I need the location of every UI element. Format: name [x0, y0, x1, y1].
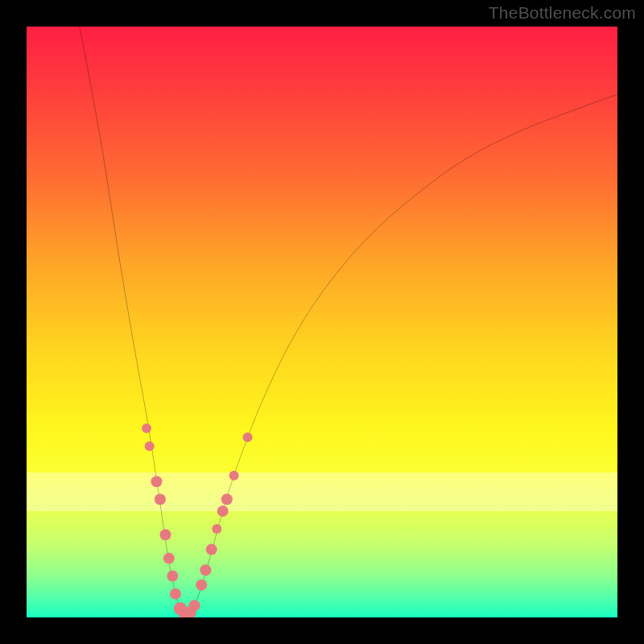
plot-area: [27, 27, 617, 617]
data-dot: [155, 493, 166, 505]
data-dot: [159, 529, 171, 540]
data-dot: [212, 524, 221, 534]
data-dot: [200, 564, 211, 576]
watermark-text: TheBottleneck.com: [489, 3, 636, 23]
data-dot: [229, 471, 239, 481]
data-dot: [217, 506, 229, 517]
data-dot: [221, 493, 233, 505]
data-dot: [163, 553, 175, 564]
data-dot: [145, 441, 155, 451]
chart-frame: TheBottleneck.com: [0, 0, 644, 644]
dots-layer: [27, 27, 617, 617]
data-dot: [151, 476, 162, 487]
data-dot: [142, 423, 151, 433]
data-dot: [243, 432, 253, 442]
data-dot: [206, 544, 217, 555]
data-dot: [196, 580, 207, 591]
data-dot: [170, 588, 181, 600]
data-dot: [188, 600, 200, 611]
data-dot: [167, 571, 178, 582]
data-dots: [142, 423, 253, 617]
